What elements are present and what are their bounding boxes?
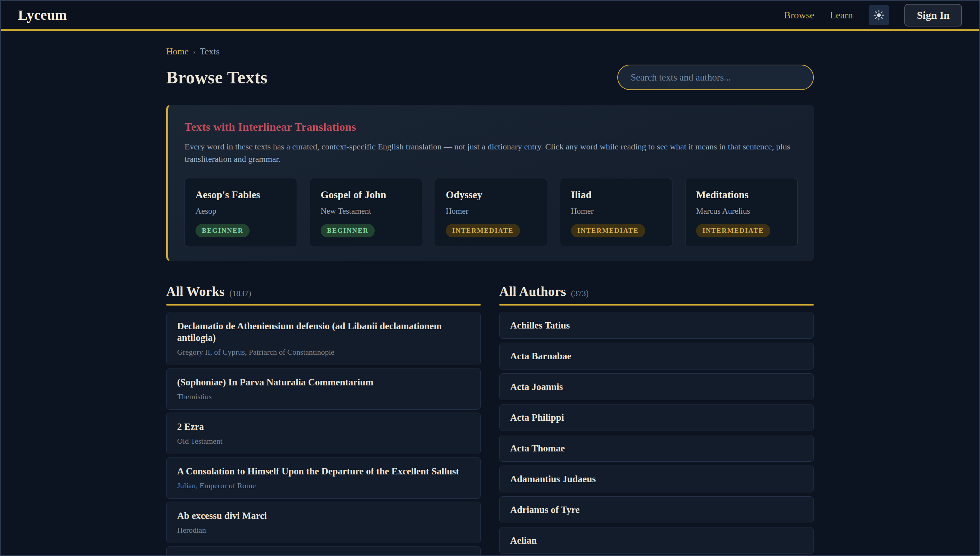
breadcrumb-home-link[interactable]: Home [166, 46, 189, 57]
nav-link-browse[interactable]: Browse [784, 10, 815, 21]
author-list-item[interactable]: Acta Philippi [499, 404, 814, 431]
works-list: Declamatio de Atheniensium defensio (ad … [166, 312, 481, 556]
sun-icon [873, 10, 884, 21]
author-name: Acta Thomae [510, 443, 803, 454]
author-list-item[interactable]: Achilles Tatius [499, 312, 814, 339]
author-name: Acta Joannis [510, 381, 803, 393]
work-list-item[interactable]: Abdicatus Lucian of Samosata [166, 546, 481, 556]
nav-link-learn[interactable]: Learn [830, 10, 853, 21]
breadcrumb-separator-icon: › [193, 47, 196, 57]
browse-columns: All Works (1837) Declamatio de Atheniens… [166, 284, 814, 556]
work-list-item[interactable]: (Sophoniae) In Parva Naturalia Commentar… [166, 368, 481, 410]
featured-card[interactable]: Iliad Homer INTERMEDIATE [560, 178, 672, 247]
work-title: Abdicatus [177, 554, 470, 556]
works-count: (1837) [230, 289, 251, 298]
featured-card-author: New Testament [321, 206, 411, 216]
works-section: All Works (1837) Declamatio de Atheniens… [166, 284, 481, 556]
work-list-item[interactable]: Declamatio de Atheniensium defensio (ad … [166, 312, 481, 365]
difficulty-badge: BEGINNER [196, 224, 249, 238]
featured-card-author: Homer [446, 206, 536, 216]
featured-card-author: Aesop [196, 206, 286, 216]
work-list-item[interactable]: A Consolation to Himself Upon the Depart… [166, 457, 481, 499]
authors-gold-divider [499, 304, 814, 305]
author-list-item[interactable]: Acta Barnabae [499, 343, 814, 370]
navbar: Lyceum Browse Learn Sign In [1, 1, 979, 31]
featured-card[interactable]: Aesop's Fables Aesop BEGINNER [185, 178, 297, 247]
authors-heading: All Authors [499, 284, 566, 299]
featured-card-title: Odyssey [446, 188, 536, 201]
work-title: 2 Ezra [177, 421, 470, 433]
works-header: All Works (1837) [166, 284, 481, 299]
featured-card-title: Gospel of John [321, 188, 411, 201]
author-name: Adamantius Judaeus [510, 474, 803, 485]
author-name: Achilles Tatius [510, 320, 803, 331]
breadcrumb-current: Texts [200, 46, 220, 57]
authors-section: All Authors (373) Achilles Tatius Acta B… [499, 284, 814, 556]
featured-card-title: Meditations [696, 188, 787, 201]
difficulty-badge: BEGINNER [321, 224, 375, 238]
author-name: Aelian [510, 535, 803, 546]
featured-card-title: Aesop's Fables [196, 188, 286, 201]
difficulty-badge: INTERMEDIATE [696, 224, 770, 238]
main-content: Home › Texts Browse Texts Texts with Int… [166, 46, 814, 556]
work-title: Ab excessu divi Marci [177, 510, 470, 522]
work-title: Declamatio de Atheniensium defensio (ad … [177, 320, 470, 344]
author-list-item[interactable]: Adamantius Judaeus [499, 465, 814, 492]
author-list-item[interactable]: Adrianus of Tyre [499, 496, 814, 523]
work-list-item[interactable]: 2 Ezra Old Testament [166, 412, 481, 454]
work-title: (Sophoniae) In Parva Naturalia Commentar… [177, 377, 470, 388]
featured-card-title: Iliad [571, 188, 661, 201]
author-name: Adrianus of Tyre [510, 504, 803, 516]
works-gold-divider [166, 304, 481, 305]
work-list-item[interactable]: Ab excessu divi Marci Herodian [166, 502, 481, 543]
featured-heading: Texts with Interlinear Translations [185, 120, 798, 134]
page-title: Browse Texts [166, 67, 267, 87]
authors-list: Achilles Tatius Acta Barnabae Acta Joann… [499, 312, 814, 556]
work-author: Themistius [177, 392, 470, 401]
work-author: Old Testament [177, 436, 470, 446]
brand-logo[interactable]: Lyceum [18, 7, 67, 23]
authors-count: (373) [571, 289, 589, 298]
featured-card-author: Marcus Aurelius [696, 206, 787, 216]
authors-header: All Authors (373) [499, 284, 814, 299]
theme-toggle-button[interactable] [869, 5, 889, 25]
featured-cards: Aesop's Fables Aesop BEGINNER Gospel of … [185, 178, 798, 247]
featured-card-author: Homer [571, 206, 661, 216]
search-input[interactable] [617, 65, 814, 90]
work-title: A Consolation to Himself Upon the Depart… [177, 465, 470, 477]
featured-card[interactable]: Gospel of John New Testament BEGINNER [310, 178, 422, 247]
difficulty-badge: INTERMEDIATE [446, 224, 520, 238]
sign-in-button[interactable]: Sign In [904, 4, 962, 26]
author-list-item[interactable]: Aelian [499, 527, 814, 554]
featured-panel: Texts with Interlinear Translations Ever… [166, 105, 814, 261]
author-name: Acta Philippi [510, 412, 803, 423]
author-name: Acta Barnabae [510, 351, 803, 362]
title-row: Browse Texts [166, 65, 814, 90]
work-author: Herodian [177, 525, 470, 535]
difficulty-badge: INTERMEDIATE [571, 224, 645, 238]
author-list-item[interactable]: Acta Joannis [499, 373, 814, 400]
featured-card[interactable]: Odyssey Homer INTERMEDIATE [435, 178, 547, 247]
featured-description: Every word in these texts has a curated,… [185, 141, 798, 165]
work-author: Gregory II, of Cyprus, Patriarch of Cons… [177, 348, 470, 357]
breadcrumb: Home › Texts [166, 46, 814, 57]
work-author: Julian, Emperor of Rome [177, 481, 470, 490]
nav-links: Browse Learn Sign In [784, 4, 962, 26]
author-list-item[interactable]: Acta Thomae [499, 435, 814, 462]
featured-card[interactable]: Meditations Marcus Aurelius INTERMEDIATE [685, 178, 798, 247]
works-heading: All Works [166, 284, 225, 299]
